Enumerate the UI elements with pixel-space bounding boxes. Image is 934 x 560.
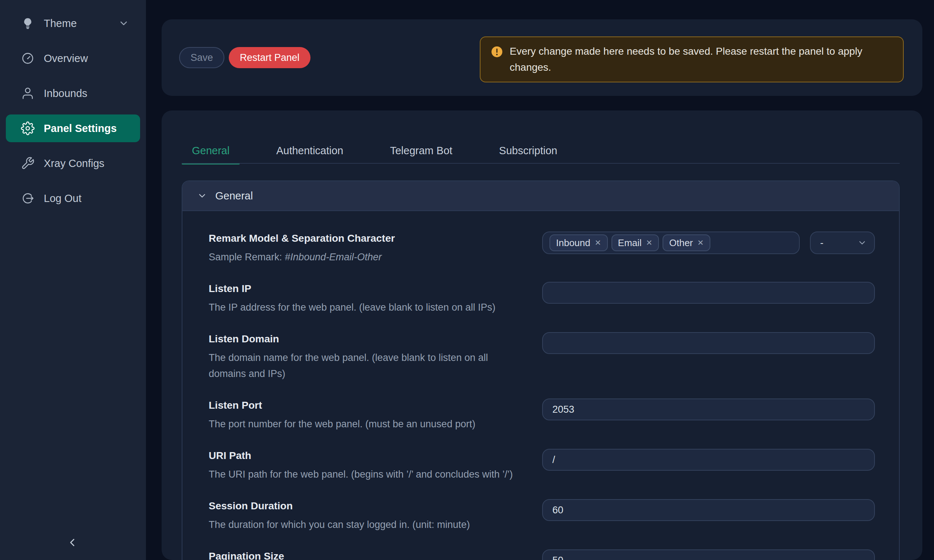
warning-alert: Every change made here needs to be saved… [480, 37, 904, 82]
sample-remark-value: #Inbound-Email-Other [285, 252, 382, 263]
tab-subscription[interactable]: Subscription [489, 137, 568, 164]
form-row-listen-port: Listen Port The port number for the web … [209, 398, 875, 432]
sidebar: Theme Overview [0, 0, 146, 560]
topbar-card: Save Restart Panel Every change made her… [162, 19, 922, 96]
general-section-body: Remark Model & Separation Character Samp… [182, 211, 899, 560]
sidebar-item-label: Panel Settings [44, 123, 117, 135]
form-row-session-duration: Session Duration The duration for which … [209, 499, 875, 533]
restart-panel-button[interactable]: Restart Panel [229, 47, 310, 68]
separator-select-value: - [820, 237, 823, 249]
tab-telegram-bot[interactable]: Telegram Bot [380, 137, 462, 164]
settings-card: General Authentication Telegram Bot Subs… [162, 111, 922, 560]
chevron-left-icon [66, 536, 79, 549]
sidebar-item-label: Theme [44, 17, 77, 29]
field-description: The duration for which you can stay logg… [209, 517, 537, 533]
listen-port-input[interactable] [542, 398, 875, 420]
field-label: Listen IP [209, 282, 537, 296]
sidebar-item-xray-configs[interactable]: Xray Configs [0, 146, 146, 181]
wrench-icon [20, 156, 35, 171]
tag-chip: Other✕ [663, 234, 711, 251]
field-description: The domain name for the web panel. (leav… [209, 350, 504, 382]
general-section: General Remark Model & Separation Charac… [182, 180, 900, 560]
bulb-icon [20, 16, 35, 31]
sidebar-item-label: Overview [44, 52, 88, 65]
sample-remark-prefix: Sample Remark: [209, 252, 285, 263]
sidebar-item-theme[interactable]: Theme [0, 6, 146, 41]
form-row-listen-domain: Listen Domain The domain name for the we… [209, 332, 875, 382]
section-title: General [215, 190, 253, 202]
sidebar-item-panel-settings[interactable]: Panel Settings [6, 114, 140, 142]
app-root: Theme Overview [0, 0, 934, 560]
field-label: Pagination Size [209, 549, 537, 560]
session-duration-input[interactable] [542, 499, 875, 521]
uri-path-input[interactable] [542, 449, 875, 471]
listen-domain-input[interactable] [542, 332, 875, 354]
sidebar-item-logout[interactable]: Log Out [0, 181, 146, 216]
warning-alert-text: Every change made here needs to be saved… [510, 43, 893, 75]
tag-chip-label: Other [669, 237, 693, 249]
form-row-listen-ip: Listen IP The IP address for the web pan… [209, 282, 875, 315]
user-icon [20, 86, 35, 101]
field-label: Listen Domain [209, 332, 537, 346]
field-label: Listen Port [209, 398, 537, 412]
field-description: The IP address for the web panel. (leave… [209, 299, 537, 315]
remove-tag-icon[interactable]: ✕ [595, 238, 601, 247]
save-button[interactable]: Save [179, 47, 224, 68]
field-description: The port number for the web panel. (must… [209, 416, 537, 432]
field-label: URI Path [209, 449, 537, 463]
sidebar-item-label: Log Out [44, 192, 82, 205]
chevron-down-icon [118, 18, 129, 29]
tab-authentication[interactable]: Authentication [266, 137, 353, 164]
field-label: Remark Model & Separation Character [209, 232, 537, 245]
field-description: The URI path for the web panel. (begins … [209, 466, 537, 482]
remove-tag-icon[interactable]: ✕ [697, 238, 704, 247]
general-section-header[interactable]: General [182, 181, 899, 211]
chevron-down-icon [857, 238, 867, 248]
sidebar-item-label: Inbounds [44, 88, 87, 100]
sidebar-nav: Theme Overview [0, 6, 146, 216]
form-row-remark-model: Remark Model & Separation Character Samp… [209, 232, 875, 265]
tab-bar: General Authentication Telegram Bot Subs… [182, 137, 567, 164]
form-row-pagination-size: Pagination Size [209, 549, 875, 560]
tag-chip-label: Inbound [556, 237, 590, 249]
tab-general[interactable]: General [182, 137, 240, 164]
form-row-uri-path: URI Path The URI path for the web panel.… [209, 449, 875, 482]
listen-ip-input[interactable] [542, 282, 875, 304]
logout-icon [20, 191, 35, 206]
pagination-size-input[interactable] [542, 549, 875, 560]
separator-select[interactable]: - [810, 232, 875, 254]
warning-icon [491, 46, 503, 58]
field-description: Sample Remark: #Inbound-Email-Other [209, 249, 537, 265]
tab-bar-divider [182, 163, 900, 164]
field-label: Session Duration [209, 499, 537, 513]
sidebar-item-inbounds[interactable]: Inbounds [0, 76, 146, 111]
chevron-down-icon [197, 191, 207, 201]
sidebar-item-label: Xray Configs [44, 157, 104, 169]
sidebar-item-overview[interactable]: Overview [0, 41, 146, 76]
tag-chip: Inbound✕ [549, 234, 608, 251]
tag-chip-label: Email [618, 237, 642, 249]
sidebar-collapse-button[interactable] [61, 532, 83, 554]
gauge-icon [20, 51, 35, 66]
gear-icon [20, 121, 35, 135]
remark-model-tags-input[interactable]: Inbound✕ Email✕ Other✕ [542, 232, 800, 254]
tag-chip: Email✕ [612, 234, 659, 251]
remove-tag-icon[interactable]: ✕ [646, 238, 653, 247]
